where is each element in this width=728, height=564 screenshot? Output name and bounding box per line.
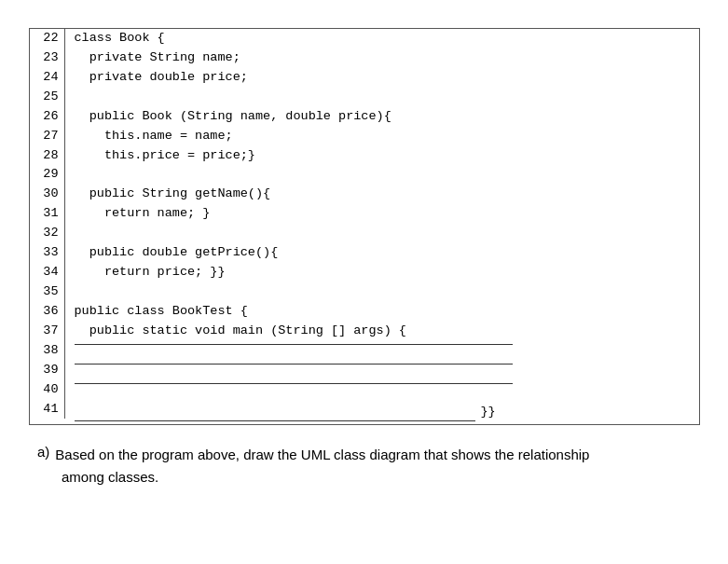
line-code: this.price = price;} [65,146,699,166]
code-line-24: 24 private double price; [30,68,699,88]
question-section: a) Based on the program above, draw the … [28,444,700,488]
line-code: public double getPrice(){ [65,243,699,263]
code-line-29: 29 [30,165,699,185]
line-number: 22 [30,29,65,48]
line-number: 27 [30,127,65,146]
question-row: a) Based on the program above, draw the … [37,444,691,466]
line-number: 41 [30,400,65,420]
question-continuation: among classes. [37,466,691,488]
code-line-36: 36 public class BookTest { [30,302,699,322]
code-line-25: 25 [30,88,699,107]
line-number: 35 [30,282,65,302]
line-number: 40 [30,380,65,400]
line-code: public Book (String name, double price){ [65,107,699,127]
code-line-31: 31 return name; } [30,204,699,224]
line-number: 39 [30,361,65,380]
line-code: public String getName(){ [65,185,699,204]
closing-braces: }} [481,403,496,422]
code-line-37: 37 public static void main (String [] ar… [30,322,699,341]
line-number: 34 [30,263,65,282]
code-line-22: 22 class Book { [30,29,699,48]
code-line-35: 35 [30,282,699,302]
line-code: return price; }} [65,263,699,282]
line-code: public static void main (String [] args)… [65,322,699,341]
line-code: this.name = name; [65,127,699,146]
line-code: private String name; [65,48,699,68]
line-code: return name; } [65,204,699,224]
code-line-23: 23 private String name; [30,48,699,68]
line-number: 38 [30,341,65,361]
line-code: class Book { [65,29,699,48]
code-line-39: 39 [30,361,699,380]
question-label: a) [37,444,49,460]
code-line-32: 32 [30,224,699,243]
code-line-38: 38 [30,341,699,361]
line-number: 32 [30,224,65,243]
line-number: 25 [30,88,65,107]
fill-line[interactable] [75,420,475,421]
line-number: 31 [30,204,65,224]
line-number: 37 [30,322,65,341]
code-line-40: 40 [30,380,699,400]
line-number: 33 [30,243,65,263]
code-line-34: 34 return price; }} [30,263,699,282]
code-line-33: 33 public double getPrice(){ [30,243,699,263]
line-number: 36 [30,302,65,322]
question-text: Based on the program above, draw the UML… [55,444,589,466]
fill-line[interactable] [75,344,513,345]
line-number: 30 [30,185,65,204]
code-line-41: 41 }} [30,400,699,425]
code-line-30: 30 public String getName(){ [30,185,699,204]
code-line-27: 27 this.name = name; [30,127,699,146]
code-line-26: 26 public Book (String name, double pric… [30,107,699,127]
line-number: 24 [30,68,65,88]
fill-line[interactable] [75,364,513,365]
fill-line[interactable] [75,383,513,384]
line-number: 26 [30,107,65,127]
line-code: private double price; [65,68,699,88]
code-line-28: 28 this.price = price;} [30,146,699,166]
line-number: 29 [30,165,65,185]
line-number: 23 [30,48,65,68]
line-code: public class BookTest { [65,302,699,322]
line-number: 28 [30,146,65,166]
code-block: 22 class Book { 23 private String name; … [29,28,700,425]
